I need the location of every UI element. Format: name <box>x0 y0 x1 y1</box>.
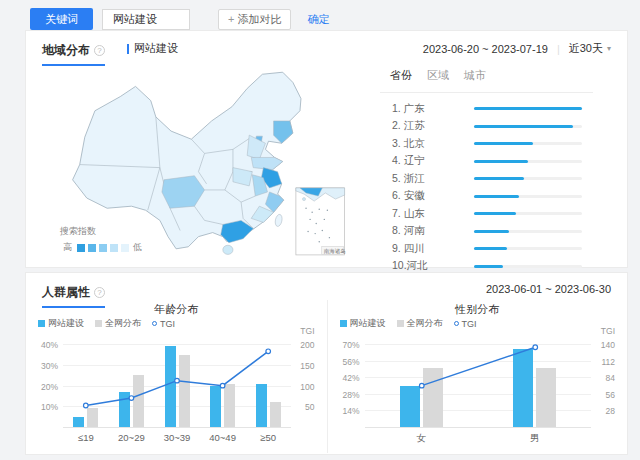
region-card-header: 地域分布? 网站建设 2023-06-20 ~ 2023-07-19 | 近30… <box>26 31 627 58</box>
blue-series-swatch <box>340 320 347 327</box>
keyword-subtab-label: 网站建设 <box>134 41 178 56</box>
legend-item: 网站建设 <box>340 317 386 330</box>
rank-row[interactable]: 4. 辽宁 <box>380 153 593 171</box>
rank-tab-region[interactable]: 区域 <box>427 68 449 83</box>
gender-distribution-chart: 性别分布 网站建设全网分布TGI 14%28%42%56%70% 女男 TGI … <box>327 300 628 453</box>
plus-icon: + <box>228 13 234 25</box>
keyword-input[interactable] <box>102 9 190 30</box>
right-axis-tick: 56 <box>606 390 615 400</box>
series-bar-allnet <box>179 355 190 427</box>
right-axis-title: TGI <box>300 326 314 336</box>
rank-row[interactable]: 9. 四川 <box>380 240 593 258</box>
region-card-body: 南海诸岛 搜索指数 高 低 省份 区域 城市 1. 广东2. 江苏3. 北京4.… <box>26 58 627 266</box>
gridline <box>365 344 592 345</box>
legend-scale: 高 低 <box>60 241 145 254</box>
series-bar-keyword <box>73 417 84 427</box>
chart-title: 年龄分布 <box>36 302 317 317</box>
keyword-button[interactable]: 关键词 <box>30 8 93 30</box>
gridline <box>63 365 291 366</box>
legend-item: TGI <box>454 319 477 329</box>
right-axis-tick: 100 <box>300 382 314 392</box>
rank-bar-fill <box>474 265 503 268</box>
rank-bar-fill <box>474 160 528 163</box>
chart-plot-row: 10%20%30%40% ≤1920~2930~3940~49≥50 TGI 5… <box>36 336 317 444</box>
add-compare-button[interactable]: +添加对比 <box>218 9 291 30</box>
rank-bar-fill <box>474 230 509 233</box>
gray-series-swatch <box>397 320 404 327</box>
series-bar-keyword <box>165 346 176 427</box>
legend-item: TGI <box>152 319 175 329</box>
rank-bar-fill <box>474 195 519 198</box>
rank-bar-track <box>474 125 582 128</box>
plot-column: ≤1920~2930~3940~49≥50 <box>63 336 291 444</box>
taiwan-island[interactable] <box>274 214 283 227</box>
demo-date-range-wrap: 2023-06-01 ~ 2023-06-30 <box>486 282 611 295</box>
left-axis-tick: 70% <box>342 340 359 350</box>
rank-row[interactable]: 8. 河南 <box>380 223 593 241</box>
rank-row[interactable]: 5. 浙江 <box>380 170 593 188</box>
plot-area[interactable] <box>365 336 592 428</box>
region-ranking-panel: 省份 区域 城市 1. 广东2. 江苏3. 北京4. 辽宁5. 浙江6. 安徽7… <box>376 58 627 266</box>
legend-color-square <box>99 244 107 252</box>
left-axis-tick: 14% <box>342 406 359 416</box>
region-card-title: 地域分布 <box>42 43 90 57</box>
rank-label: 7. 山东 <box>380 207 472 221</box>
gridline <box>63 344 291 345</box>
rank-row[interactable]: 2. 江苏 <box>380 118 593 136</box>
right-axis-title: TGI <box>601 326 615 336</box>
hainan-island[interactable] <box>223 245 233 254</box>
series-bar-keyword <box>119 392 130 427</box>
gridline <box>365 377 592 378</box>
right-axis: TGI 50100150200 <box>291 336 317 428</box>
left-axis-tick: 42% <box>342 373 359 383</box>
gray-series-swatch <box>95 320 102 327</box>
rank-label: 6. 安徽 <box>380 189 472 203</box>
series-bar-allnet <box>133 375 144 427</box>
plot-column: 女男 <box>365 336 592 444</box>
gridline <box>365 361 592 362</box>
series-bar-keyword <box>400 386 420 427</box>
help-icon[interactable]: ? <box>94 287 105 298</box>
rank-label: 4. 辽宁 <box>380 154 472 168</box>
period-dropdown[interactable]: 近30天 <box>569 41 603 56</box>
legend-item: 全网分布 <box>95 317 141 330</box>
ranking-list: 1. 广东2. 江苏3. 北京4. 辽宁5. 浙江6. 安徽7. 山东8. 河南… <box>380 93 593 275</box>
tgi-marker-icon <box>152 321 157 326</box>
right-axis: TGI 285684112140 <box>591 336 617 428</box>
confirm-link[interactable]: 确定 <box>307 12 329 27</box>
series-bar-keyword <box>210 386 221 427</box>
demographic-card: 人群属性? 2023-06-01 ~ 2023-06-30 年龄分布 网站建设全… <box>25 272 628 455</box>
rank-row[interactable]: 7. 山东 <box>380 205 593 223</box>
legend-label: TGI <box>462 319 477 329</box>
left-axis-tick: 10% <box>41 402 58 412</box>
rank-bar-track <box>474 230 582 233</box>
rank-label: 9. 四川 <box>380 242 472 256</box>
tab-marker <box>127 44 129 54</box>
series-bar-allnet <box>87 408 98 427</box>
age-distribution-chart: 年龄分布 网站建设全网分布TGI 10%20%30%40% ≤1920~2930… <box>26 300 327 453</box>
rank-tab-city[interactable]: 城市 <box>464 68 486 83</box>
legend-color-squares <box>75 244 130 252</box>
rank-bar-track <box>474 247 582 250</box>
chart-title: 性别分布 <box>338 302 618 317</box>
legend-label: 全网分布 <box>105 317 141 330</box>
demo-card-header: 人群属性? 2023-06-01 ~ 2023-06-30 <box>26 273 627 300</box>
rank-row[interactable]: 6. 安徽 <box>380 188 593 206</box>
legend-title: 搜索指数 <box>60 225 145 238</box>
rank-row[interactable]: 1. 广东 <box>380 100 593 118</box>
rank-tab-province[interactable]: 省份 <box>390 68 412 83</box>
legend-item: 全网分布 <box>397 317 443 330</box>
help-icon[interactable]: ? <box>94 45 105 56</box>
plot-area[interactable] <box>63 336 291 428</box>
keyword-subtab: 网站建设 <box>127 40 178 56</box>
legend-label: 网站建设 <box>350 317 386 330</box>
right-axis-tick: 112 <box>601 357 615 367</box>
rank-label: 1. 广东 <box>380 102 472 116</box>
legend-item: 网站建设 <box>38 317 84 330</box>
right-axis-tick: 200 <box>300 340 314 350</box>
rank-row[interactable]: 3. 北京 <box>380 135 593 153</box>
chevron-down-icon[interactable]: ▾ <box>607 44 611 53</box>
rank-bar-track <box>474 142 582 145</box>
series-bar-keyword <box>513 349 533 427</box>
rank-label: 8. 河南 <box>380 224 472 238</box>
